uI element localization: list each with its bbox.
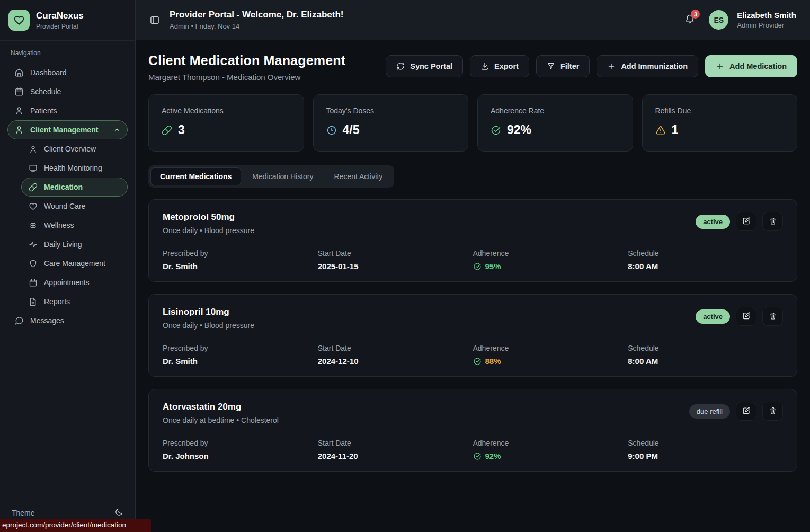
check-circle-icon <box>473 357 482 366</box>
sidebar-item-wellness[interactable]: Wellness <box>21 216 128 235</box>
detail-prescribed-by: Prescribed by Dr. Smith <box>163 249 318 271</box>
sidebar-item-client-management[interactable]: Client Management <box>7 120 128 139</box>
calendar-icon <box>28 278 38 287</box>
top-header: Provider Portal - Welcome, Dr. Elizabeth… <box>136 0 810 40</box>
page-title-row: Client Medication Management Margaret Th… <box>148 53 797 82</box>
export-label: Export <box>494 62 519 70</box>
stat-value: 1 <box>672 123 679 137</box>
filter-label: Filter <box>560 62 579 70</box>
sidebar-item-appointments[interactable]: Appointments <box>21 273 128 292</box>
brand-header: CuraNexus Provider Portal <box>0 0 135 41</box>
detail-label: Prescribed by <box>163 344 318 352</box>
tab-current-medications[interactable]: Current Medications <box>150 167 241 185</box>
sidebar-item-wound-care[interactable]: Wound Care <box>21 197 128 216</box>
heart-icon <box>28 202 38 211</box>
refresh-icon <box>396 62 405 70</box>
sidebar-item-care-management[interactable]: Care Management <box>21 254 128 273</box>
medication-info: Lisinopril 10mg Once daily • Blood press… <box>163 307 254 330</box>
delete-medication-button[interactable] <box>762 212 783 231</box>
detail-label: Prescribed by <box>163 439 318 447</box>
sidebar-item-medication[interactable]: Medication <box>21 178 128 197</box>
status-badge: active <box>696 309 730 324</box>
medication-info: Metoprolol 50mg Once daily • Blood press… <box>163 212 254 235</box>
sidebar-item-schedule[interactable]: Schedule <box>7 82 128 101</box>
stat-label: Active Medications <box>162 107 291 115</box>
browser-status-url: eproject.com/provider/client/medication <box>0 519 151 532</box>
export-button[interactable]: Export <box>470 55 529 77</box>
add-medication-button[interactable]: Add Medication <box>705 55 797 77</box>
message-icon <box>14 316 24 325</box>
sidebar-item-patients[interactable]: Patients <box>7 101 128 120</box>
delete-medication-button[interactable] <box>762 402 783 421</box>
prescriber-value: Dr. Johnson <box>163 451 318 460</box>
start-date-value: 2024-11-20 <box>318 451 473 460</box>
sidebar-item-client-overview[interactable]: Client Overview <box>21 139 128 158</box>
sidebar-item-dashboard[interactable]: Dashboard <box>7 63 128 82</box>
toolbar: Sync Portal Export Filter Add Immunizati… <box>386 55 797 77</box>
stat-value: 92% <box>507 123 531 137</box>
edit-medication-button[interactable] <box>736 307 756 326</box>
sidebar-item-label: Reports <box>44 297 70 306</box>
stat-card-active-medications: Active Medications 3 <box>148 94 304 152</box>
page-subtitle: Margaret Thompson - Medication Overview <box>148 73 345 82</box>
header-subtitle: Admin • Friday, Nov 14 <box>170 22 343 30</box>
calendar-icon <box>14 87 24 96</box>
delete-medication-button[interactable] <box>762 307 783 326</box>
sidebar-item-label: Dashboard <box>30 68 67 77</box>
sidebar-toggle-icon[interactable] <box>149 15 160 25</box>
user-icon <box>28 145 38 154</box>
stats-row: Active Medications 3 Today's Doses 4/5 A… <box>148 94 797 152</box>
notification-count-badge: 3 <box>691 10 700 19</box>
brand-subtitle: Provider Portal <box>36 23 84 30</box>
edit-icon <box>742 406 751 416</box>
detail-start-date: Start Date 2025-01-15 <box>318 249 473 271</box>
sidebar-item-daily-living[interactable]: Daily Living <box>21 235 128 254</box>
brand-text: CuraNexus Provider Portal <box>36 11 84 30</box>
detail-label: Prescribed by <box>163 249 318 258</box>
detail-label: Schedule <box>628 439 783 447</box>
plus-icon <box>716 62 724 70</box>
edit-medication-button[interactable] <box>736 212 756 231</box>
notifications-button[interactable]: 3 <box>684 14 695 26</box>
detail-prescribed-by: Prescribed by Dr. Johnson <box>163 439 318 460</box>
detail-prescribed-by: Prescribed by Dr. Smith <box>163 344 318 366</box>
sidebar-item-label: Care Management <box>44 259 105 268</box>
bell-icon <box>684 17 695 26</box>
pill-icon <box>162 125 172 136</box>
sidebar-item-label: Appointments <box>44 278 90 287</box>
add-medication-label: Add Medication <box>729 62 787 70</box>
moon-icon[interactable] <box>114 508 123 518</box>
sync-portal-button[interactable]: Sync Portal <box>386 55 463 77</box>
detail-label: Start Date <box>318 344 473 352</box>
add-immunization-button[interactable]: Add Immunization <box>597 55 698 77</box>
detail-label: Schedule <box>628 249 783 258</box>
filter-button[interactable]: Filter <box>536 55 590 77</box>
edit-medication-button[interactable] <box>736 402 756 421</box>
header-text: Provider Portal - Welcome, Dr. Elizabeth… <box>170 10 343 30</box>
stat-label: Refills Due <box>655 107 785 115</box>
sidebar-item-label: Schedule <box>30 87 61 96</box>
shield-icon <box>28 259 38 268</box>
page-title-block: Client Medication Management Margaret Th… <box>148 53 345 82</box>
sidebar-item-health-monitoring[interactable]: Health Monitoring <box>21 158 128 178</box>
sidebar-item-label: Client Overview <box>44 145 96 153</box>
detail-schedule: Schedule 8:00 AM <box>628 249 783 271</box>
medication-name: Lisinopril 10mg <box>163 307 254 317</box>
medication-tabs: Current Medications Medication History R… <box>148 165 394 188</box>
avatar[interactable]: ES <box>709 10 728 30</box>
sidebar: CuraNexus Provider Portal Navigation Das… <box>0 0 136 532</box>
header-title: Provider Portal - Welcome, Dr. Elizabeth… <box>170 10 343 20</box>
medication-card: Atorvastatin 20mg Once daily at bedtime … <box>148 389 797 472</box>
adherence-value: 95% <box>485 262 501 271</box>
check-circle-icon <box>473 262 482 271</box>
sidebar-item-label: Messages <box>30 316 64 325</box>
tab-recent-activity[interactable]: Recent Activity <box>325 167 393 185</box>
brand-name: CuraNexus <box>36 11 84 21</box>
sidebar-item-label: Wellness <box>44 221 74 229</box>
start-date-value: 2025-01-15 <box>318 262 473 271</box>
sidebar-item-reports[interactable]: Reports <box>21 292 128 311</box>
status-badge: due refill <box>689 404 730 419</box>
tab-medication-history[interactable]: Medication History <box>243 167 323 185</box>
sidebar-item-messages[interactable]: Messages <box>7 311 128 330</box>
file-icon <box>28 297 38 306</box>
